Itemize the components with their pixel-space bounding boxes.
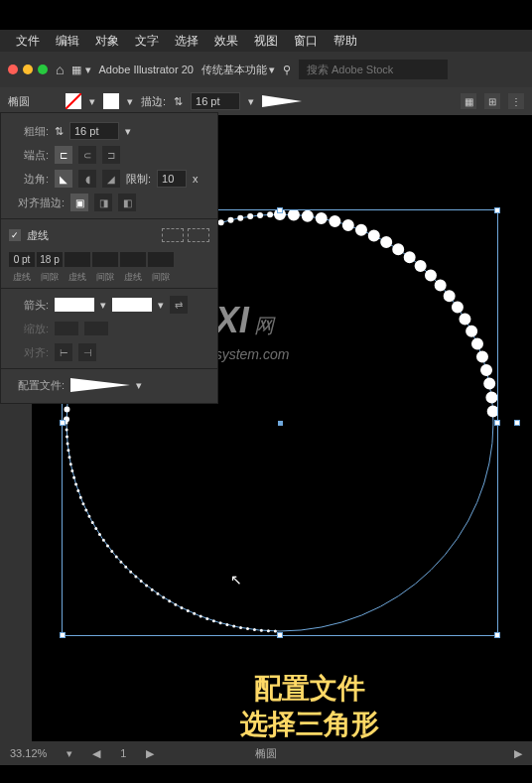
- dash-1-input[interactable]: [9, 252, 35, 267]
- selection-info: 椭圆: [255, 746, 277, 761]
- app-header: ⌂ ▦ ▾ Adobe Illustrator 20 传统基本功能 ▾ ⚲: [0, 52, 532, 87]
- scale-start-input: [55, 322, 78, 335]
- layout-dropdown[interactable]: ▦ ▾: [71, 64, 90, 76]
- stroke-width-input[interactable]: [191, 92, 240, 110]
- dash-2-input[interactable]: [65, 252, 90, 267]
- align-inside-button[interactable]: ◨: [94, 194, 112, 211]
- zoom-level[interactable]: 33.12%: [10, 747, 47, 759]
- limit-input[interactable]: [157, 170, 187, 188]
- chevron-down-icon[interactable]: ▾: [125, 125, 131, 138]
- search-icon-hdr: ⚲: [283, 64, 291, 76]
- shape-name: 椭圆: [8, 94, 30, 109]
- handle-br[interactable]: [494, 632, 500, 638]
- menu-file[interactable]: 文件: [8, 33, 48, 50]
- weight-label: 粗细:: [9, 124, 49, 139]
- brush-profile[interactable]: [262, 95, 302, 107]
- search-input[interactable]: [299, 60, 448, 79]
- join-round-button[interactable]: ◖: [78, 170, 96, 188]
- cap-butt-button[interactable]: ⊏: [55, 146, 72, 164]
- profile-label: 配置文件:: [9, 378, 65, 393]
- stepper-icon[interactable]: ⇅: [174, 95, 183, 108]
- handle-tr[interactable]: [494, 207, 500, 213]
- align-outside-button[interactable]: ◧: [118, 194, 136, 211]
- stroke-panel: 粗细: ⇅ ▾ 端点: ⊏ ⊂ ⊐ 边角: ◣ ◖ ◢ 限制: x 对齐描边: …: [0, 112, 218, 404]
- handle-pie[interactable]: [514, 420, 520, 426]
- tutorial-annotation: 配置文件 选择三角形: [181, 671, 439, 743]
- cap-round-button[interactable]: ⊂: [78, 146, 96, 164]
- menu-window[interactable]: 窗口: [286, 33, 326, 50]
- swap-arrows-icon[interactable]: ⇄: [170, 296, 188, 314]
- menu-select[interactable]: 选择: [167, 33, 206, 50]
- chevron-down-icon[interactable]: ▾: [136, 379, 142, 392]
- align-stroke-label: 对齐描边:: [9, 196, 65, 210]
- more-options-icon[interactable]: ⋮: [508, 93, 524, 109]
- home-icon[interactable]: ⌂: [56, 62, 64, 77]
- align-arrow-label: 对齐:: [9, 345, 49, 360]
- fill-swatch[interactable]: [66, 93, 81, 109]
- dash-gap-labels: 虚线间隙 虚线间隙 虚线间隙: [1, 271, 217, 284]
- arrow-start-select[interactable]: [55, 298, 94, 312]
- chevron-down-icon[interactable]: ▾: [66, 747, 72, 760]
- window-controls[interactable]: [8, 65, 48, 74]
- transform-icon[interactable]: ⊞: [484, 93, 500, 109]
- align-options-icon[interactable]: ▦: [461, 93, 476, 109]
- weight-input[interactable]: [69, 122, 119, 140]
- menu-type[interactable]: 文字: [127, 33, 167, 50]
- options-bar: 椭圆 ▾ ▾ 描边: ⇅ ▾ ▦ ⊞ ⋮: [0, 87, 532, 115]
- menu-object[interactable]: 对象: [87, 33, 127, 50]
- align-end-button: ⊣: [78, 343, 96, 361]
- stroke-swatch[interactable]: [103, 93, 119, 109]
- cap-square-button[interactable]: ⊐: [102, 146, 120, 164]
- chevron-down-icon[interactable]: ▾: [100, 299, 106, 312]
- dash-3-input[interactable]: [120, 252, 146, 267]
- app-title: Adobe Illustrator 20: [99, 64, 194, 75]
- menu-view[interactable]: 视图: [246, 33, 286, 50]
- status-bar: 33.12% ▾ ◀ 1 ▶ 椭圆 ▶: [0, 741, 532, 765]
- dash-align-icon[interactable]: [188, 228, 209, 242]
- dashed-checkbox[interactable]: ✓: [9, 229, 21, 241]
- page-number: 1: [120, 747, 126, 759]
- chevron-down-icon[interactable]: ▾: [158, 299, 164, 312]
- workspace-dropdown[interactable]: 传统基本功能 ▾: [201, 63, 275, 77]
- nav-prev-icon[interactable]: ◀: [92, 747, 100, 760]
- cap-label: 端点:: [9, 148, 49, 163]
- arrow-end-select[interactable]: [112, 298, 152, 312]
- join-miter-button[interactable]: ◣: [55, 170, 72, 188]
- scale-end-input: [84, 322, 108, 335]
- dash-preserve-icon[interactable]: [162, 228, 184, 242]
- scale-label: 缩放:: [9, 322, 49, 336]
- menu-bar: 文件 编辑 对象 文字 选择 效果 视图 窗口 帮助: [0, 30, 532, 52]
- handle-mr[interactable]: [494, 420, 500, 426]
- arrow-label: 箭头:: [9, 298, 49, 313]
- chevron-down-icon[interactable]: ▾: [89, 95, 95, 108]
- handle-bm[interactable]: [277, 632, 283, 638]
- join-bevel-button[interactable]: ◢: [102, 170, 120, 188]
- limit-unit: x: [193, 173, 199, 185]
- align-tip-button: ⊢: [55, 343, 72, 361]
- menu-edit[interactable]: 编辑: [48, 33, 87, 50]
- stroke-label: 描边:: [141, 94, 166, 109]
- gap-2-input[interactable]: [92, 252, 118, 267]
- gap-1-input[interactable]: [37, 252, 63, 267]
- handle-ml[interactable]: [60, 420, 66, 426]
- chevron-down-icon[interactable]: ▾: [248, 95, 254, 108]
- profile-select[interactable]: [70, 378, 130, 392]
- center-point: [278, 421, 283, 426]
- stepper-icon[interactable]: ⇅: [55, 125, 64, 138]
- cursor-icon: ↖: [230, 572, 242, 587]
- menu-effect[interactable]: 效果: [206, 33, 246, 50]
- menu-help[interactable]: 帮助: [326, 33, 365, 50]
- limit-label: 限制:: [126, 172, 151, 187]
- chevron-down-icon[interactable]: ▾: [127, 95, 133, 108]
- handle-tm[interactable]: [277, 207, 283, 213]
- corner-label: 边角:: [9, 172, 49, 187]
- dashed-label: 虚线: [27, 228, 49, 243]
- gap-3-input[interactable]: [148, 252, 174, 267]
- handle-bl[interactable]: [60, 632, 66, 638]
- nav-end-icon[interactable]: ▶: [514, 747, 522, 760]
- align-center-button[interactable]: ▣: [70, 194, 88, 211]
- nav-next-icon[interactable]: ▶: [146, 747, 154, 760]
- dash-gap-inputs: [9, 252, 174, 267]
